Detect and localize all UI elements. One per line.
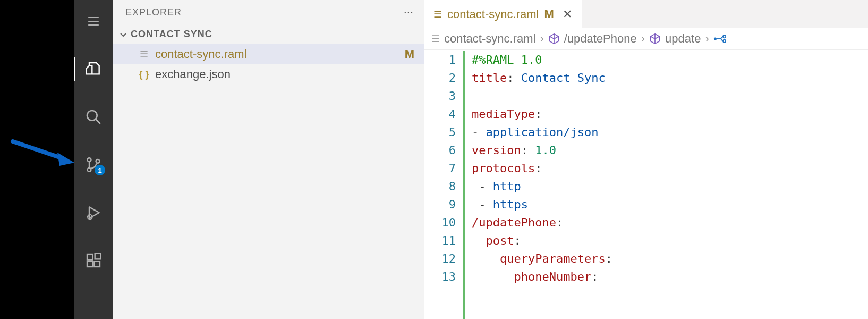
- chevron-right-icon: ›: [705, 32, 709, 46]
- code-line[interactable]: - https: [472, 196, 868, 214]
- svg-line-3: [96, 119, 100, 123]
- menu-button[interactable]: [74, 5, 113, 37]
- symbol-icon: [649, 33, 661, 45]
- line-number: 12: [424, 250, 456, 268]
- tab-bar: ☰ contact-sync.raml M ✕: [424, 0, 868, 28]
- folder-section-header[interactable]: CONTACT SYNC: [113, 24, 424, 44]
- tab-filename: contact-sync.raml: [447, 7, 539, 21]
- file-icon: ☰: [431, 33, 440, 45]
- line-number: 10: [424, 214, 456, 232]
- file-status: M: [405, 47, 414, 61]
- breadcrumb-item[interactable]: /updatePhone: [564, 32, 637, 46]
- line-number: 7: [424, 160, 456, 178]
- chevron-right-icon: ›: [540, 32, 543, 46]
- code-line[interactable]: post:: [472, 232, 868, 250]
- svg-point-4: [88, 158, 91, 162]
- svg-rect-12: [94, 261, 100, 267]
- file-name: exchange.json: [155, 68, 231, 81]
- raml-file-icon: ☰: [138, 48, 150, 60]
- sidebar-title: EXPLORER: [125, 7, 182, 18]
- chevron-right-icon: ›: [641, 32, 645, 46]
- symbol-icon: [548, 33, 560, 45]
- code-line[interactable]: - http: [472, 178, 868, 196]
- code-line[interactable]: phoneNumber:: [472, 268, 868, 286]
- explorer-activity[interactable]: [74, 53, 113, 85]
- file-name: contact-sync.raml: [155, 47, 246, 61]
- modification-bar: [463, 51, 465, 319]
- line-number: 9: [424, 196, 456, 214]
- line-number: 6: [424, 141, 456, 160]
- breadcrumb-item[interactable]: update: [665, 32, 701, 46]
- sidebar-header: EXPLORER ···: [113, 0, 424, 24]
- annotation-arrow-icon: [10, 135, 74, 167]
- chevron-down-icon: [119, 30, 127, 39]
- code-line[interactable]: protocols:: [472, 160, 868, 178]
- svg-point-15: [723, 35, 726, 38]
- code-content[interactable]: #%RAML 1.0title: Contact Sync mediaType:…: [472, 51, 868, 319]
- line-number-gutter: 12345678910111213: [424, 51, 463, 319]
- line-number: 5: [424, 123, 456, 141]
- svg-marker-1: [57, 153, 74, 166]
- svg-point-14: [714, 37, 717, 40]
- tab-modified-indicator: M: [544, 7, 554, 21]
- annotation-margin: [0, 0, 74, 319]
- file-row[interactable]: ☰contact-sync.ramlM: [113, 44, 424, 64]
- search-icon: [85, 108, 102, 125]
- line-number: 13: [424, 268, 456, 286]
- line-number: 4: [424, 105, 456, 123]
- code-line[interactable]: #%RAML 1.0: [472, 51, 868, 69]
- breadcrumbs[interactable]: ☰ contact-sync.raml › /updatePhone › upd…: [424, 28, 868, 50]
- files-icon: [85, 61, 102, 78]
- extensions-activity[interactable]: [74, 245, 113, 276]
- line-number: 3: [424, 87, 456, 105]
- json-file-icon: { }: [138, 69, 150, 80]
- code-line[interactable]: queryParameters:: [472, 250, 868, 268]
- folder-section-label: CONTACT SYNC: [131, 29, 212, 40]
- svg-point-5: [88, 168, 91, 172]
- breadcrumb-item[interactable]: contact-sync.raml: [444, 32, 535, 46]
- explorer-sidebar: EXPLORER ··· CONTACT SYNC ☰contact-sync.…: [113, 0, 424, 319]
- tab-close-button[interactable]: ✕: [559, 7, 572, 21]
- line-number: 11: [424, 232, 456, 250]
- editor-tab[interactable]: ☰ contact-sync.raml M ✕: [424, 0, 582, 28]
- file-icon: ☰: [433, 9, 442, 20]
- code-line[interactable]: version: 1.0: [472, 141, 868, 160]
- scm-badge: 1: [95, 165, 105, 175]
- code-editor[interactable]: 12345678910111213 #%RAML 1.0title: Conta…: [424, 50, 868, 319]
- run-debug-icon: [85, 204, 102, 221]
- line-number: 8: [424, 178, 456, 196]
- svg-line-0: [13, 141, 63, 158]
- svg-point-6: [96, 160, 100, 163]
- svg-point-16: [723, 39, 726, 42]
- line-number: 2: [424, 69, 456, 87]
- line-number: 1: [424, 51, 456, 69]
- code-line[interactable]: title: Contact Sync: [472, 69, 868, 87]
- code-line[interactable]: /updatePhone:: [472, 214, 868, 232]
- sidebar-more-button[interactable]: ···: [404, 5, 413, 19]
- source-control-activity[interactable]: 1: [74, 149, 113, 181]
- editor-area: ☰ contact-sync.raml M ✕ ☰ contact-sync.r…: [424, 0, 868, 319]
- code-line[interactable]: mediaType:: [472, 105, 868, 123]
- run-debug-activity[interactable]: [74, 197, 113, 229]
- activity-bar: 1: [74, 0, 113, 319]
- branch-icon: [713, 34, 726, 44]
- menu-icon: [86, 15, 101, 28]
- code-line[interactable]: - application/json: [472, 123, 868, 141]
- code-line[interactable]: [472, 87, 868, 105]
- svg-rect-11: [87, 261, 93, 267]
- svg-rect-10: [87, 254, 93, 260]
- search-activity[interactable]: [74, 101, 113, 133]
- svg-rect-13: [95, 254, 101, 259]
- file-row[interactable]: { }exchange.json: [113, 64, 424, 85]
- extensions-icon: [85, 252, 102, 269]
